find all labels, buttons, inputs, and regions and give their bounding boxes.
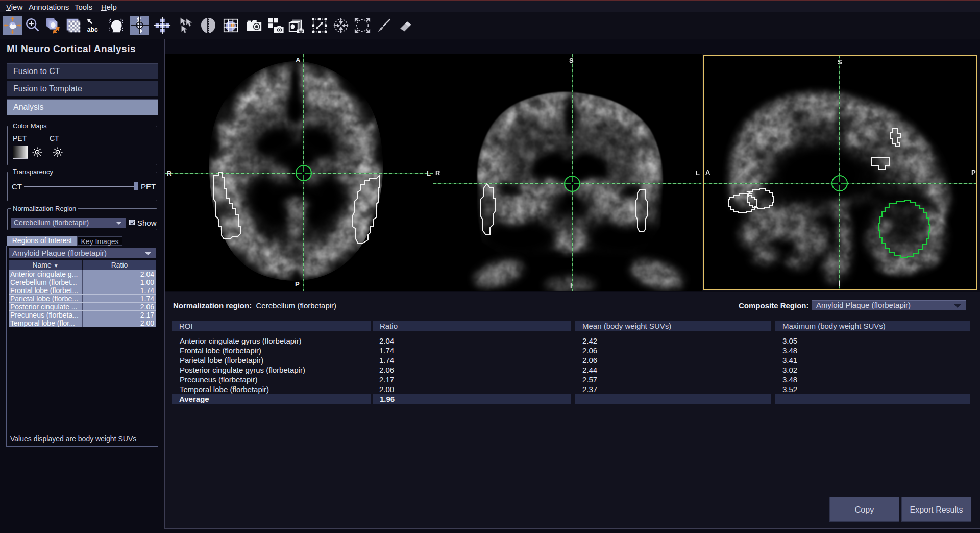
svg-text:I: I: [570, 282, 572, 289]
svg-text:abc: abc: [87, 26, 98, 33]
svg-text:L: L: [696, 169, 700, 177]
svg-text:A: A: [296, 56, 301, 64]
svg-text:L: L: [427, 169, 431, 177]
svg-text:S: S: [838, 58, 842, 66]
svg-text:P: P: [971, 168, 976, 176]
svg-text:I: I: [839, 280, 841, 287]
svg-text:P: P: [295, 280, 300, 288]
svg-text:A: A: [705, 168, 710, 176]
svg-text:S: S: [569, 57, 574, 64]
svg-text:R: R: [167, 169, 172, 177]
svg-text:R: R: [435, 169, 440, 177]
